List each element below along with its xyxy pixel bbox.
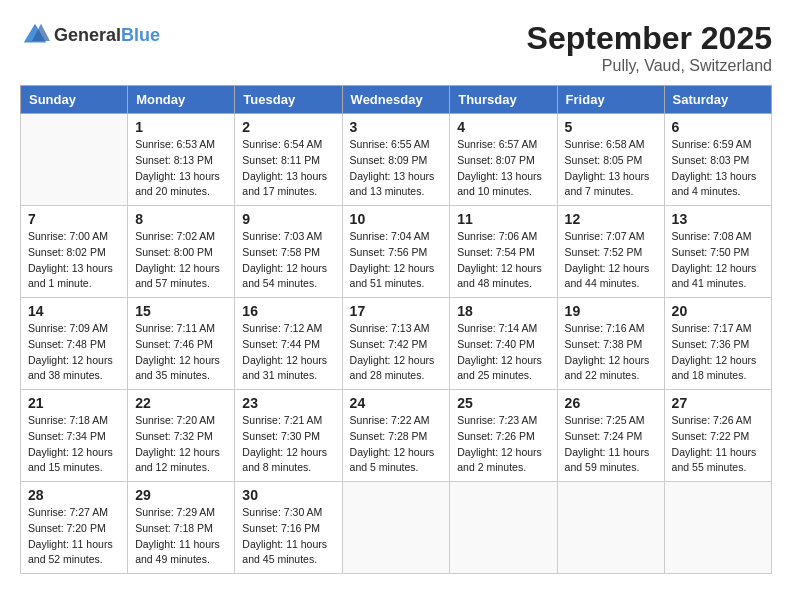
calendar-body: 1Sunrise: 6:53 AMSunset: 8:13 PMDaylight… [21,114,772,574]
calendar-cell [450,482,557,574]
calendar-cell: 16Sunrise: 7:12 AMSunset: 7:44 PMDayligh… [235,298,342,390]
day-number: 25 [457,395,549,411]
calendar-table: SundayMondayTuesdayWednesdayThursdayFrid… [20,85,772,574]
day-info: Sunrise: 7:29 AMSunset: 7:18 PMDaylight:… [135,505,227,568]
calendar-cell: 6Sunrise: 6:59 AMSunset: 8:03 PMDaylight… [664,114,771,206]
calendar-cell: 26Sunrise: 7:25 AMSunset: 7:24 PMDayligh… [557,390,664,482]
day-number: 24 [350,395,443,411]
calendar-cell: 21Sunrise: 7:18 AMSunset: 7:34 PMDayligh… [21,390,128,482]
day-info: Sunrise: 6:54 AMSunset: 8:11 PMDaylight:… [242,137,334,200]
day-number: 14 [28,303,120,319]
calendar-cell: 30Sunrise: 7:30 AMSunset: 7:16 PMDayligh… [235,482,342,574]
calendar-cell: 17Sunrise: 7:13 AMSunset: 7:42 PMDayligh… [342,298,450,390]
day-info: Sunrise: 7:07 AMSunset: 7:52 PMDaylight:… [565,229,657,292]
day-number: 18 [457,303,549,319]
calendar-cell: 2Sunrise: 6:54 AMSunset: 8:11 PMDaylight… [235,114,342,206]
day-info: Sunrise: 7:25 AMSunset: 7:24 PMDaylight:… [565,413,657,476]
day-info: Sunrise: 7:27 AMSunset: 7:20 PMDaylight:… [28,505,120,568]
day-number: 17 [350,303,443,319]
logo-icon [20,20,50,50]
calendar-cell: 9Sunrise: 7:03 AMSunset: 7:58 PMDaylight… [235,206,342,298]
day-info: Sunrise: 7:16 AMSunset: 7:38 PMDaylight:… [565,321,657,384]
calendar-cell: 15Sunrise: 7:11 AMSunset: 7:46 PMDayligh… [128,298,235,390]
calendar-cell: 23Sunrise: 7:21 AMSunset: 7:30 PMDayligh… [235,390,342,482]
day-number: 12 [565,211,657,227]
calendar-week-4: 21Sunrise: 7:18 AMSunset: 7:34 PMDayligh… [21,390,772,482]
day-number: 5 [565,119,657,135]
weekday-header-saturday: Saturday [664,86,771,114]
day-number: 9 [242,211,334,227]
location-title: Pully, Vaud, Switzerland [527,57,772,75]
day-number: 27 [672,395,764,411]
day-number: 28 [28,487,120,503]
calendar-cell [664,482,771,574]
title-block: September 2025 Pully, Vaud, Switzerland [527,20,772,75]
day-info: Sunrise: 6:57 AMSunset: 8:07 PMDaylight:… [457,137,549,200]
calendar-cell [342,482,450,574]
day-info: Sunrise: 7:26 AMSunset: 7:22 PMDaylight:… [672,413,764,476]
day-info: Sunrise: 7:00 AMSunset: 8:02 PMDaylight:… [28,229,120,292]
day-info: Sunrise: 7:13 AMSunset: 7:42 PMDaylight:… [350,321,443,384]
calendar-cell: 10Sunrise: 7:04 AMSunset: 7:56 PMDayligh… [342,206,450,298]
day-info: Sunrise: 7:03 AMSunset: 7:58 PMDaylight:… [242,229,334,292]
day-info: Sunrise: 7:14 AMSunset: 7:40 PMDaylight:… [457,321,549,384]
calendar-cell: 7Sunrise: 7:00 AMSunset: 8:02 PMDaylight… [21,206,128,298]
calendar-cell: 12Sunrise: 7:07 AMSunset: 7:52 PMDayligh… [557,206,664,298]
calendar-cell [557,482,664,574]
calendar-cell: 4Sunrise: 6:57 AMSunset: 8:07 PMDaylight… [450,114,557,206]
day-number: 13 [672,211,764,227]
weekday-header-sunday: Sunday [21,86,128,114]
day-info: Sunrise: 7:30 AMSunset: 7:16 PMDaylight:… [242,505,334,568]
day-info: Sunrise: 7:21 AMSunset: 7:30 PMDaylight:… [242,413,334,476]
day-number: 20 [672,303,764,319]
day-number: 26 [565,395,657,411]
month-title: September 2025 [527,20,772,57]
calendar-cell: 29Sunrise: 7:29 AMSunset: 7:18 PMDayligh… [128,482,235,574]
calendar-week-2: 7Sunrise: 7:00 AMSunset: 8:02 PMDaylight… [21,206,772,298]
day-number: 3 [350,119,443,135]
day-info: Sunrise: 7:20 AMSunset: 7:32 PMDaylight:… [135,413,227,476]
calendar-cell: 28Sunrise: 7:27 AMSunset: 7:20 PMDayligh… [21,482,128,574]
calendar-week-1: 1Sunrise: 6:53 AMSunset: 8:13 PMDaylight… [21,114,772,206]
day-number: 21 [28,395,120,411]
calendar-cell: 25Sunrise: 7:23 AMSunset: 7:26 PMDayligh… [450,390,557,482]
calendar-cell: 8Sunrise: 7:02 AMSunset: 8:00 PMDaylight… [128,206,235,298]
day-number: 2 [242,119,334,135]
calendar-header-row: SundayMondayTuesdayWednesdayThursdayFrid… [21,86,772,114]
calendar-cell: 13Sunrise: 7:08 AMSunset: 7:50 PMDayligh… [664,206,771,298]
day-info: Sunrise: 7:12 AMSunset: 7:44 PMDaylight:… [242,321,334,384]
calendar-cell: 5Sunrise: 6:58 AMSunset: 8:05 PMDaylight… [557,114,664,206]
calendar-cell: 20Sunrise: 7:17 AMSunset: 7:36 PMDayligh… [664,298,771,390]
calendar-cell: 11Sunrise: 7:06 AMSunset: 7:54 PMDayligh… [450,206,557,298]
weekday-header-friday: Friday [557,86,664,114]
day-number: 10 [350,211,443,227]
day-number: 23 [242,395,334,411]
calendar-cell: 19Sunrise: 7:16 AMSunset: 7:38 PMDayligh… [557,298,664,390]
day-number: 22 [135,395,227,411]
day-number: 7 [28,211,120,227]
day-info: Sunrise: 7:17 AMSunset: 7:36 PMDaylight:… [672,321,764,384]
day-info: Sunrise: 6:59 AMSunset: 8:03 PMDaylight:… [672,137,764,200]
day-info: Sunrise: 7:18 AMSunset: 7:34 PMDaylight:… [28,413,120,476]
calendar-cell: 22Sunrise: 7:20 AMSunset: 7:32 PMDayligh… [128,390,235,482]
day-info: Sunrise: 7:06 AMSunset: 7:54 PMDaylight:… [457,229,549,292]
day-number: 6 [672,119,764,135]
day-number: 19 [565,303,657,319]
day-number: 11 [457,211,549,227]
day-info: Sunrise: 7:08 AMSunset: 7:50 PMDaylight:… [672,229,764,292]
day-info: Sunrise: 7:22 AMSunset: 7:28 PMDaylight:… [350,413,443,476]
day-info: Sunrise: 6:55 AMSunset: 8:09 PMDaylight:… [350,137,443,200]
calendar-week-5: 28Sunrise: 7:27 AMSunset: 7:20 PMDayligh… [21,482,772,574]
weekday-header-monday: Monday [128,86,235,114]
calendar-cell: 14Sunrise: 7:09 AMSunset: 7:48 PMDayligh… [21,298,128,390]
day-number: 8 [135,211,227,227]
calendar-cell: 18Sunrise: 7:14 AMSunset: 7:40 PMDayligh… [450,298,557,390]
page-header: GeneralBlue September 2025 Pully, Vaud, … [20,20,772,75]
weekday-header-thursday: Thursday [450,86,557,114]
calendar-week-3: 14Sunrise: 7:09 AMSunset: 7:48 PMDayligh… [21,298,772,390]
day-number: 29 [135,487,227,503]
day-number: 30 [242,487,334,503]
weekday-header-wednesday: Wednesday [342,86,450,114]
day-number: 15 [135,303,227,319]
day-info: Sunrise: 7:09 AMSunset: 7:48 PMDaylight:… [28,321,120,384]
